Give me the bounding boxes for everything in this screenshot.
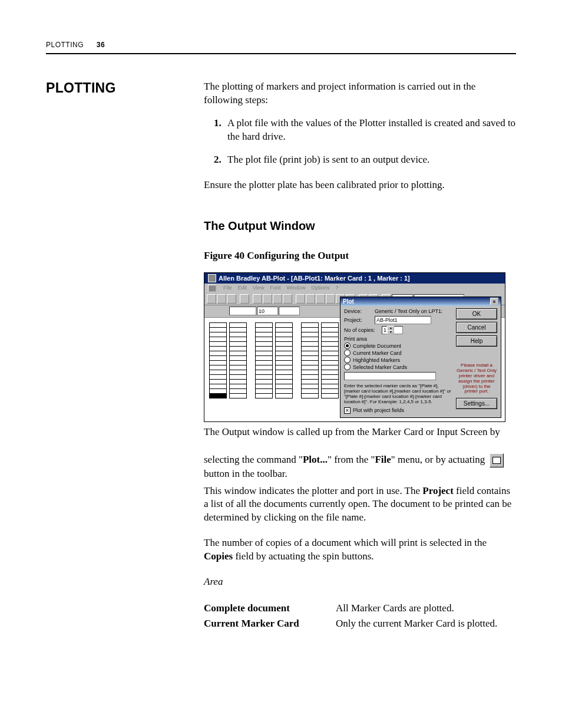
copies-label: No of copies: (344, 327, 379, 333)
area-desc-complete: All Marker Cards are plotted. (336, 601, 516, 616)
post-line-2c: button in the toolbar. (204, 468, 287, 479)
radio-icon (344, 342, 351, 349)
font-color-field[interactable] (279, 307, 300, 315)
post-3-pre: The number of copies of a document which… (204, 537, 487, 548)
menu-window[interactable]: Window (286, 285, 305, 292)
tb-new-icon[interactable] (207, 294, 216, 304)
area-definitions: Complete document All Marker Cards are p… (204, 601, 516, 631)
selected-cards-help: Enter the selected marker cards as "[Pla… (344, 384, 451, 404)
help-button[interactable]: Help (456, 335, 497, 347)
dialog-left: Device: Generic / Text Only on LPT1: Pro… (344, 308, 451, 413)
intro-paragraph: The plotting of markers and project info… (204, 80, 516, 107)
device-label: Device: (344, 308, 372, 314)
tb-icon-a[interactable] (296, 294, 305, 304)
calibration-note: Ensure the plotter plate has been calibr… (204, 179, 516, 192)
plot-command: Plot... (303, 454, 328, 465)
tb-paste-icon[interactable] (273, 294, 282, 304)
post-3-post: field by actuating the spin buttons. (233, 551, 373, 562)
dialog-titlebar: Plot × (340, 297, 501, 306)
post-line-2-mid: " from the " (328, 454, 375, 465)
print-toolbar-icon (490, 453, 504, 467)
copies-field-name: Copies (204, 551, 233, 562)
screenshot: Allen Bradley AB-Plot - [AB-Plot1: Marke… (204, 272, 505, 422)
dialog-right: OK Cancel Help Please install a Generic … (456, 308, 497, 413)
menu-file[interactable]: File (223, 285, 232, 292)
spin-up-icon[interactable]: ▴ (387, 326, 394, 330)
settings-button[interactable]: Settings... (456, 398, 497, 409)
post-line-1: The Output window is called up from the … (204, 426, 500, 437)
section-heading: PLOTTING (46, 80, 204, 631)
radio-highlighted-markers[interactable]: Highlighted Markers (344, 357, 451, 363)
step-1: A plot file with the values of the Plott… (224, 117, 516, 144)
selected-cards-input[interactable] (344, 372, 436, 380)
app-titlebar: Allen Bradley AB-Plot - [AB-Plot1: Marke… (204, 273, 505, 284)
page-header: PLOTTING 36 (46, 40, 516, 50)
dialog-close-icon[interactable]: × (490, 298, 498, 305)
area-label-current: Current Marker Card (204, 616, 336, 631)
subheading-output-window: The Output Window (204, 219, 516, 233)
spin-down-icon[interactable]: ▾ (387, 330, 394, 334)
menu-edit[interactable]: Edit (238, 285, 247, 292)
menu-font[interactable]: Font (270, 285, 280, 292)
font-size-field[interactable]: 10 (257, 307, 278, 315)
plot-dialog: Plot × Device: Generic / Text Only on LP… (340, 297, 501, 417)
project-label: Project: (344, 317, 372, 323)
app-icon (208, 274, 216, 282)
copies-spinner[interactable]: 1 ▴▾ (382, 326, 403, 334)
project-dropdown[interactable]: AB-Plot1 (375, 316, 431, 324)
ok-button[interactable]: OK (456, 308, 497, 319)
tb-copy-icon[interactable] (263, 294, 272, 304)
tb-icon-d[interactable] (326, 294, 335, 304)
area-heading: Area (204, 575, 516, 589)
tb-icon-b[interactable] (306, 294, 315, 304)
menu-options[interactable]: Options (311, 285, 329, 292)
font-family-field[interactable] (229, 307, 256, 315)
file-menu-name: File (375, 454, 391, 465)
post-line-2-pre: selecting the command " (204, 454, 303, 465)
dialog-title: Plot (343, 298, 354, 305)
tb-open-icon[interactable] (217, 294, 226, 304)
tb-cut-icon[interactable] (253, 294, 262, 304)
cancel-button[interactable]: Cancel (456, 322, 497, 333)
tb-format-icon[interactable] (283, 294, 292, 304)
header-rule (46, 53, 516, 54)
tb-save-icon[interactable] (227, 294, 236, 304)
post-2-pre: This window indicates the plotter and po… (204, 485, 422, 496)
selected-marker[interactable] (209, 393, 227, 398)
radio-complete-document[interactable]: Complete Document (344, 342, 451, 349)
radio-selected-marker-cards[interactable]: Selected Marker Cards (344, 364, 451, 370)
project-field-name: Project (422, 485, 454, 496)
print-area-label: Print area (344, 336, 451, 342)
menubar: File Edit View Font Window Options ? (204, 284, 505, 293)
tb-icon-c[interactable] (316, 294, 325, 304)
radio-icon (344, 364, 351, 370)
header-page: 36 (97, 41, 105, 49)
install-note: Please install a Generic / Text Only pri… (456, 363, 497, 394)
app-title: Allen Bradley AB-Plot - [AB-Plot1: Marke… (219, 275, 410, 282)
header-label: PLOTTING (46, 41, 84, 49)
radio-icon (344, 357, 351, 363)
radio-current-marker-card[interactable]: Current Marker Card (344, 350, 451, 356)
post-line-2-post: " menu, or by actuating (391, 454, 488, 465)
tb-print-icon[interactable] (240, 294, 249, 304)
device-value: Generic / Text Only on LPT1: (375, 308, 442, 314)
figure-caption: Figure 40 Configuring the Output (204, 249, 516, 263)
menu-view[interactable]: View (253, 285, 264, 292)
step-2: The plot file (print job) is sent to an … (224, 153, 516, 167)
menu-help[interactable]: ? (335, 285, 338, 292)
checkbox-plot-with-project-fields[interactable]: ✕Plot with project fields (344, 407, 451, 414)
steps-list: A plot file with the values of the Plott… (204, 117, 516, 167)
radio-icon (344, 350, 351, 356)
area-label-complete: Complete document (204, 601, 336, 616)
checkbox-icon: ✕ (344, 407, 351, 414)
area-desc-current: Only the current Marker Card is plotted. (336, 616, 516, 631)
mdi-icon (208, 285, 216, 292)
